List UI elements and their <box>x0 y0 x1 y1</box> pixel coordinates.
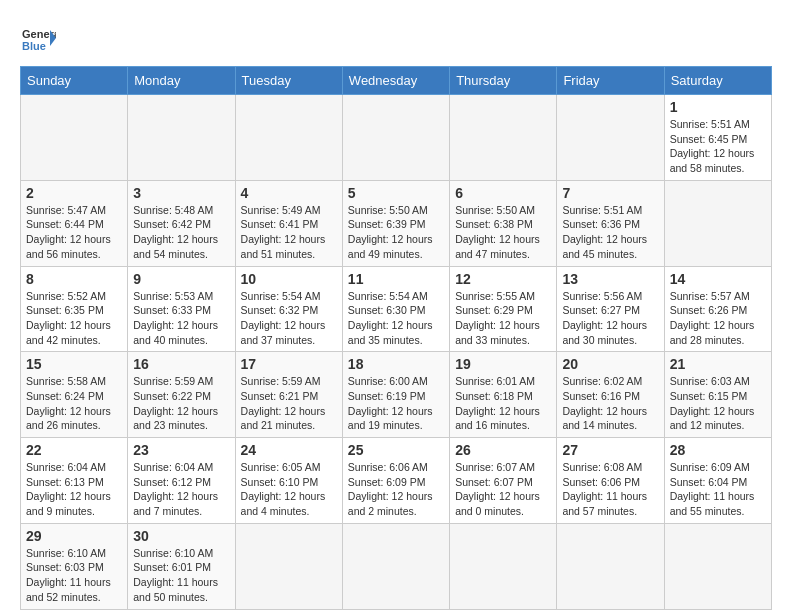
day-info: Sunrise: 5:56 AMSunset: 6:27 PMDaylight:… <box>562 289 658 348</box>
calendar-cell: 27Sunrise: 6:08 AMSunset: 6:06 PMDayligh… <box>557 438 664 524</box>
calendar-cell <box>342 523 449 609</box>
day-info: Sunrise: 5:50 AMSunset: 6:38 PMDaylight:… <box>455 203 551 262</box>
calendar-cell <box>128 95 235 181</box>
day-info: Sunrise: 6:00 AMSunset: 6:19 PMDaylight:… <box>348 374 444 433</box>
day-number: 6 <box>455 185 551 201</box>
calendar-cell: 29Sunrise: 6:10 AMSunset: 6:03 PMDayligh… <box>21 523 128 609</box>
day-number: 4 <box>241 185 337 201</box>
day-number: 8 <box>26 271 122 287</box>
calendar-cell: 18Sunrise: 6:00 AMSunset: 6:19 PMDayligh… <box>342 352 449 438</box>
day-info: Sunrise: 6:10 AMSunset: 6:01 PMDaylight:… <box>133 546 229 605</box>
day-number: 27 <box>562 442 658 458</box>
day-number: 21 <box>670 356 766 372</box>
day-header-sunday: Sunday <box>21 67 128 95</box>
day-header-thursday: Thursday <box>450 67 557 95</box>
calendar-cell: 15Sunrise: 5:58 AMSunset: 6:24 PMDayligh… <box>21 352 128 438</box>
day-number: 23 <box>133 442 229 458</box>
calendar-cell <box>450 523 557 609</box>
day-number: 9 <box>133 271 229 287</box>
calendar-week-0: 1Sunrise: 5:51 AMSunset: 6:45 PMDaylight… <box>21 95 772 181</box>
calendar-cell <box>664 523 771 609</box>
day-number: 15 <box>26 356 122 372</box>
day-number: 29 <box>26 528 122 544</box>
day-info: Sunrise: 6:01 AMSunset: 6:18 PMDaylight:… <box>455 374 551 433</box>
day-info: Sunrise: 6:06 AMSunset: 6:09 PMDaylight:… <box>348 460 444 519</box>
day-number: 25 <box>348 442 444 458</box>
day-header-friday: Friday <box>557 67 664 95</box>
day-number: 10 <box>241 271 337 287</box>
day-number: 5 <box>348 185 444 201</box>
calendar-cell: 19Sunrise: 6:01 AMSunset: 6:18 PMDayligh… <box>450 352 557 438</box>
calendar-cell: 23Sunrise: 6:04 AMSunset: 6:12 PMDayligh… <box>128 438 235 524</box>
calendar-cell: 26Sunrise: 6:07 AMSunset: 6:07 PMDayligh… <box>450 438 557 524</box>
day-info: Sunrise: 5:58 AMSunset: 6:24 PMDaylight:… <box>26 374 122 433</box>
calendar-cell: 9Sunrise: 5:53 AMSunset: 6:33 PMDaylight… <box>128 266 235 352</box>
day-number: 13 <box>562 271 658 287</box>
calendar-cell: 2Sunrise: 5:47 AMSunset: 6:44 PMDaylight… <box>21 180 128 266</box>
day-number: 3 <box>133 185 229 201</box>
calendar-cell: 5Sunrise: 5:50 AMSunset: 6:39 PMDaylight… <box>342 180 449 266</box>
calendar-cell <box>557 523 664 609</box>
svg-text:Blue: Blue <box>22 40 46 52</box>
day-info: Sunrise: 6:02 AMSunset: 6:16 PMDaylight:… <box>562 374 658 433</box>
day-info: Sunrise: 6:05 AMSunset: 6:10 PMDaylight:… <box>241 460 337 519</box>
day-number: 30 <box>133 528 229 544</box>
calendar-cell <box>557 95 664 181</box>
calendar-cell: 1Sunrise: 5:51 AMSunset: 6:45 PMDaylight… <box>664 95 771 181</box>
calendar-cell: 22Sunrise: 6:04 AMSunset: 6:13 PMDayligh… <box>21 438 128 524</box>
day-info: Sunrise: 5:59 AMSunset: 6:21 PMDaylight:… <box>241 374 337 433</box>
calendar-week-5: 29Sunrise: 6:10 AMSunset: 6:03 PMDayligh… <box>21 523 772 609</box>
calendar-cell <box>450 95 557 181</box>
day-header-wednesday: Wednesday <box>342 67 449 95</box>
day-number: 12 <box>455 271 551 287</box>
day-header-saturday: Saturday <box>664 67 771 95</box>
day-number: 18 <box>348 356 444 372</box>
day-number: 11 <box>348 271 444 287</box>
calendar-cell: 21Sunrise: 6:03 AMSunset: 6:15 PMDayligh… <box>664 352 771 438</box>
calendar-cell: 16Sunrise: 5:59 AMSunset: 6:22 PMDayligh… <box>128 352 235 438</box>
calendar-cell: 4Sunrise: 5:49 AMSunset: 6:41 PMDaylight… <box>235 180 342 266</box>
calendar-cell: 11Sunrise: 5:54 AMSunset: 6:30 PMDayligh… <box>342 266 449 352</box>
day-number: 28 <box>670 442 766 458</box>
calendar-week-2: 8Sunrise: 5:52 AMSunset: 6:35 PMDaylight… <box>21 266 772 352</box>
calendar-cell: 14Sunrise: 5:57 AMSunset: 6:26 PMDayligh… <box>664 266 771 352</box>
calendar-cell: 7Sunrise: 5:51 AMSunset: 6:36 PMDaylight… <box>557 180 664 266</box>
day-number: 22 <box>26 442 122 458</box>
day-info: Sunrise: 5:49 AMSunset: 6:41 PMDaylight:… <box>241 203 337 262</box>
day-info: Sunrise: 5:51 AMSunset: 6:45 PMDaylight:… <box>670 117 766 176</box>
logo: General Blue <box>20 20 56 56</box>
day-info: Sunrise: 5:50 AMSunset: 6:39 PMDaylight:… <box>348 203 444 262</box>
day-info: Sunrise: 6:04 AMSunset: 6:12 PMDaylight:… <box>133 460 229 519</box>
calendar-week-3: 15Sunrise: 5:58 AMSunset: 6:24 PMDayligh… <box>21 352 772 438</box>
calendar-table: SundayMondayTuesdayWednesdayThursdayFrid… <box>20 66 772 610</box>
calendar-cell <box>342 95 449 181</box>
day-number: 16 <box>133 356 229 372</box>
header: General Blue <box>20 20 772 56</box>
day-header-tuesday: Tuesday <box>235 67 342 95</box>
day-number: 17 <box>241 356 337 372</box>
day-info: Sunrise: 5:54 AMSunset: 6:32 PMDaylight:… <box>241 289 337 348</box>
calendar-cell: 28Sunrise: 6:09 AMSunset: 6:04 PMDayligh… <box>664 438 771 524</box>
day-info: Sunrise: 6:08 AMSunset: 6:06 PMDaylight:… <box>562 460 658 519</box>
day-info: Sunrise: 6:10 AMSunset: 6:03 PMDaylight:… <box>26 546 122 605</box>
calendar-cell: 10Sunrise: 5:54 AMSunset: 6:32 PMDayligh… <box>235 266 342 352</box>
day-info: Sunrise: 5:52 AMSunset: 6:35 PMDaylight:… <box>26 289 122 348</box>
calendar-week-1: 2Sunrise: 5:47 AMSunset: 6:44 PMDaylight… <box>21 180 772 266</box>
day-number: 20 <box>562 356 658 372</box>
day-info: Sunrise: 5:47 AMSunset: 6:44 PMDaylight:… <box>26 203 122 262</box>
calendar-cell: 6Sunrise: 5:50 AMSunset: 6:38 PMDaylight… <box>450 180 557 266</box>
day-header-monday: Monday <box>128 67 235 95</box>
day-info: Sunrise: 6:07 AMSunset: 6:07 PMDaylight:… <box>455 460 551 519</box>
day-number: 19 <box>455 356 551 372</box>
day-info: Sunrise: 5:59 AMSunset: 6:22 PMDaylight:… <box>133 374 229 433</box>
calendar-cell: 12Sunrise: 5:55 AMSunset: 6:29 PMDayligh… <box>450 266 557 352</box>
header-row: SundayMondayTuesdayWednesdayThursdayFrid… <box>21 67 772 95</box>
day-number: 7 <box>562 185 658 201</box>
calendar-cell: 20Sunrise: 6:02 AMSunset: 6:16 PMDayligh… <box>557 352 664 438</box>
calendar-cell <box>235 523 342 609</box>
day-info: Sunrise: 5:55 AMSunset: 6:29 PMDaylight:… <box>455 289 551 348</box>
day-number: 24 <box>241 442 337 458</box>
day-number: 2 <box>26 185 122 201</box>
calendar-cell: 13Sunrise: 5:56 AMSunset: 6:27 PMDayligh… <box>557 266 664 352</box>
calendar-cell <box>664 180 771 266</box>
